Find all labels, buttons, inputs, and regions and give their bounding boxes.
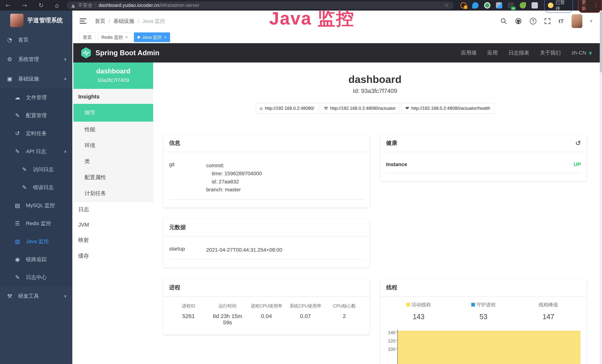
- sidebar-item-access-log[interactable]: ✎ 访问日志: [0, 161, 72, 178]
- sba-nav-journal[interactable]: 日志报表: [509, 49, 529, 56]
- close-icon[interactable]: ×: [125, 35, 128, 40]
- status-badge: UP: [574, 161, 581, 167]
- home-icon[interactable]: ⌂: [55, 2, 59, 9]
- extension-icon-green-circle[interactable]: [484, 2, 490, 9]
- extension-icon-pin[interactable]: [472, 2, 479, 9]
- sba-menu-configprops[interactable]: 配置属性: [74, 170, 153, 185]
- stat-value: 53: [451, 313, 516, 321]
- col-label: 系统CPU使用率: [286, 303, 325, 309]
- tab-home[interactable]: 首页: [79, 32, 95, 42]
- sidebar-item-file-manage[interactable]: ☁ 文件管理: [0, 88, 72, 107]
- user-menu-caret-icon[interactable]: ▾: [590, 19, 592, 24]
- sba-brand[interactable]: Spring Boot Admin: [81, 47, 160, 59]
- sba-menu-logs[interactable]: 日志: [74, 202, 153, 217]
- y-tick: 140: [388, 330, 395, 335]
- metadata-key: startup: [169, 246, 206, 254]
- sidebar-item-tracing[interactable]: ◉ 链路追踪: [0, 250, 72, 268]
- extension-icon-orange[interactable]: 1: [460, 2, 467, 9]
- sba-menu-caches[interactable]: 缓存: [74, 248, 153, 264]
- col-value: 0.04: [247, 313, 286, 319]
- sba-menu-details[interactable]: 细节: [74, 104, 153, 122]
- sba-locale-select[interactable]: zh-CN ∨: [572, 50, 592, 56]
- process-pid-col: 进程ID 5261: [169, 303, 208, 326]
- sidebar-item-label: 错误日志: [33, 184, 54, 191]
- threads-card: 线程 活动线程 143 守护进程 53 线: [380, 279, 587, 364]
- stat-value: 143: [386, 313, 451, 321]
- app-title: 芋道管理系统: [27, 16, 63, 24]
- sidebar-item-config-manage[interactable]: ✎ 配置管理: [0, 107, 72, 124]
- sba-menu-scheduledtasks[interactable]: 计划任务: [74, 185, 153, 201]
- forward-icon[interactable]: →: [22, 2, 27, 9]
- sba-menu-environment[interactable]: 环境: [74, 138, 153, 153]
- sidebar-item-system[interactable]: ⚙ 系统管理 ∨: [0, 50, 72, 69]
- sba-nav-about[interactable]: 关于我们: [540, 49, 561, 56]
- github-icon[interactable]: [515, 18, 522, 25]
- breadcrumb-infra[interactable]: 基础设施: [113, 18, 134, 25]
- paused-chip[interactable]: 已暂停: [544, 0, 573, 13]
- sidebar-item-label: API 日志: [26, 148, 46, 155]
- log-edit-icon: ✎: [21, 184, 28, 191]
- help-icon[interactable]: ?: [530, 18, 536, 24]
- home-icon: ⌂: [260, 106, 263, 111]
- tab-java-monitor[interactable]: Java 监控 ×: [134, 32, 170, 42]
- sba-menu-mappings[interactable]: 映射: [74, 232, 153, 248]
- url-bar[interactable]: ▲ 不安全 dashboard.yudao.iocoder.cn/infra/a…: [66, 1, 454, 9]
- sidebar-item-error-log[interactable]: ✎ 错误日志: [0, 178, 72, 196]
- extension-icon-leaf[interactable]: [520, 2, 526, 9]
- instance-name: dashboard: [75, 67, 151, 75]
- insights-group-label: Insights: [74, 89, 153, 104]
- reload-icon[interactable]: ↻: [39, 2, 43, 9]
- link-label: http://192.168.0.2:48080/actuator: [330, 106, 396, 111]
- health-url-link[interactable]: ❤ http://192.168.0.2:48080/actuator/heal…: [401, 103, 494, 114]
- url-text[interactable]: dashboard.yudao.iocoder.cn/infra/admin-s…: [99, 2, 199, 8]
- update-button[interactable]: 更新 ⋮: [578, 0, 602, 13]
- sidebar-item-infra[interactable]: ▣ 基础设施 ∧: [0, 69, 72, 88]
- scrollbar-thumb[interactable]: [600, 11, 602, 73]
- chevron-down-icon: ∨: [64, 57, 67, 62]
- sidebar-collapse-icon[interactable]: [80, 18, 86, 24]
- paused-label: 已暂停: [556, 0, 569, 11]
- app-logo[interactable]: 芋道管理系统: [0, 11, 72, 30]
- sidebar-item-dev-tools[interactable]: ⚒ 研发工具 ∨: [0, 286, 72, 306]
- user-avatar[interactable]: [572, 14, 582, 28]
- sidebar-item-api-log[interactable]: ✎ API 日志 ∧: [0, 142, 72, 161]
- sidebar-item-java-monitor[interactable]: ▥ Java 监控: [0, 232, 72, 250]
- close-icon[interactable]: ×: [164, 35, 166, 40]
- sidebar-item-mysql-monitor[interactable]: ▤ MySQL 监控: [0, 196, 72, 214]
- instance-links: ⌂ http://192.168.0.2:48080/ ⚒ http://192…: [163, 103, 587, 114]
- sba-nav-wallboard[interactable]: 应用墙: [461, 49, 477, 56]
- fullscreen-icon[interactable]: [544, 18, 551, 24]
- sba-nav-applications[interactable]: 应用: [487, 49, 498, 56]
- sba-menu-metrics[interactable]: 性能: [74, 122, 153, 138]
- sidebar-item-redis-monitor[interactable]: ☰ Redis 监控: [0, 214, 72, 232]
- card-title: 线程: [386, 284, 397, 291]
- extension-icon-switch[interactable]: on: [508, 2, 514, 9]
- font-size-icon[interactable]: tT: [559, 18, 564, 24]
- service-url-link[interactable]: ⌂ http://192.168.0.2:48080/: [256, 103, 318, 114]
- stat-value: 147: [516, 313, 581, 321]
- sidebar-item-label: 基础设施: [18, 75, 39, 82]
- puzzle-extensions-icon[interactable]: [532, 2, 538, 9]
- back-icon[interactable]: ←: [6, 2, 11, 9]
- bookmark-star-icon[interactable]: ☆: [444, 2, 449, 8]
- sidebar-item-log-center[interactable]: ✎ 日志中心: [0, 268, 72, 286]
- sba-menu-classes[interactable]: 类: [74, 153, 153, 170]
- sidebar-item-home[interactable]: ◔ 首页: [0, 30, 72, 50]
- sidebar-item-scheduled-jobs[interactable]: ↺ 定时任务: [0, 124, 72, 142]
- extension-badge: 1: [464, 6, 467, 9]
- security-label[interactable]: 不安全: [78, 2, 93, 9]
- axis-tick: [396, 349, 398, 349]
- extension-icon-grid[interactable]: [496, 2, 502, 9]
- tags-view: 首页 Redis 监控 × Java 监控 ×: [72, 32, 600, 43]
- breadcrumb-home[interactable]: 首页: [95, 18, 105, 25]
- tab-redis-monitor[interactable]: Redis 监控 ×: [98, 32, 131, 42]
- actuator-url-link[interactable]: ⚒ http://192.168.0.2:48080/actuator: [320, 103, 399, 114]
- sba-menu-jvm[interactable]: JVM: [74, 217, 153, 232]
- sidebar-item-label: Redis 监控: [26, 220, 51, 227]
- history-icon[interactable]: ↺: [575, 139, 581, 147]
- health-card: 健康 ↺ Instance UP: [380, 134, 587, 181]
- process-card: 进程 进程ID 5261 运行时间 6d 23h 15m 59s: [163, 279, 370, 335]
- spring-boot-admin-frame: Spring Boot Admin 应用墙 应用 日志报表 关于我们 zh-CN…: [73, 43, 600, 364]
- kebab-menu-icon[interactable]: ⋮: [594, 3, 598, 8]
- search-icon[interactable]: [500, 18, 507, 24]
